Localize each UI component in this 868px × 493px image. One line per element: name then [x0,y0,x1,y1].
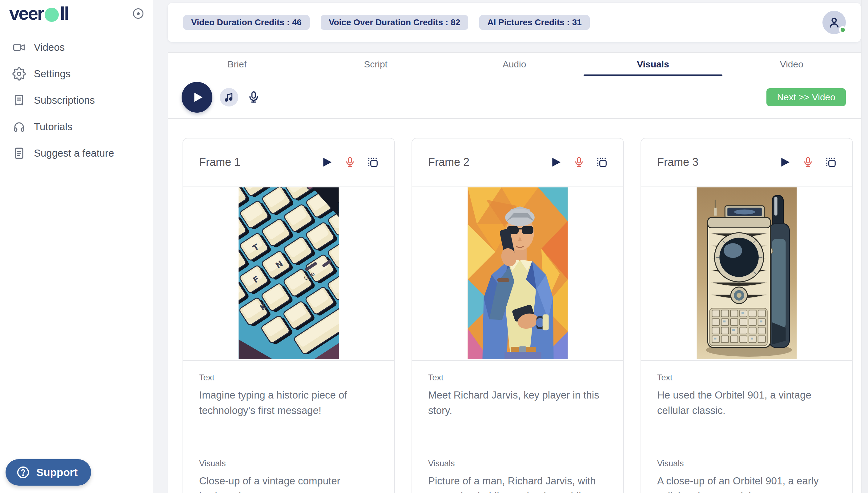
frames-grid: Frame 1 [168,119,861,493]
online-status-dot [839,26,846,34]
frame-title: Frame 3 [657,156,698,169]
frame-play-button[interactable] [549,155,563,169]
sidebar-item-videos[interactable]: Videos [9,38,144,57]
sidebar-header: veerll [0,0,153,23]
video-camera-icon [12,41,26,54]
frame-card-header: Frame 2 [412,138,623,187]
frame-card: Frame 3 [640,138,853,493]
frame-card-body: Text Meet Richard Jarvis, key player in … [412,361,623,493]
tab-visuals[interactable]: Visuals [584,53,722,76]
workflow-tabs: Brief Script Audio Visuals Video [168,52,861,76]
tab-video[interactable]: Video [722,53,861,76]
frame-actions [549,155,609,169]
sidebar-item-settings[interactable]: Settings [9,65,144,83]
frame-visuals-value: Close-up of a vintage computer keyboard [199,473,378,493]
tab-label: Video [780,59,803,69]
frame-text-value: Meet Richard Jarvis, key player in this … [428,387,607,459]
frame-text-value: He used the Orbitel 901, a vintage cellu… [657,387,836,459]
sidebar-item-label: Videos [34,42,65,53]
music-track-button[interactable] [220,88,238,106]
play-icon [192,91,204,103]
music-note-icon [223,91,235,103]
frame-card: Frame 1 [183,138,395,493]
voice-over-button[interactable] [246,89,262,105]
frame-record-voice-button[interactable] [801,155,815,169]
logo-green-dot-icon [45,8,59,22]
tab-label: Audio [503,59,526,69]
play-icon [779,156,791,168]
microphone-icon [802,156,814,168]
app-root: veerll Videos Settings Subscriptions Tut… [0,0,868,493]
main-content: Video Duration Credits : 46 Voice Over D… [168,0,861,493]
sidebar-item-subscriptions[interactable]: Subscriptions [9,91,144,110]
vertical-scrollbar[interactable] [861,0,868,493]
frame-visuals-value: A close-up of an Orbitel 901, a early ce… [657,473,836,493]
frame-card-header: Frame 1 [183,138,394,187]
play-icon [321,156,333,168]
document-icon [12,147,26,160]
frame-actions [779,155,838,169]
tab-label: Visuals [637,59,669,69]
vintage-keyboard-illustration: AT FN K One [238,187,339,359]
sidebar-nav: Videos Settings Subscriptions Tutorials … [0,38,153,163]
playback-toolbar: Next >> Video [168,76,861,119]
question-mark-circle-icon [16,465,30,479]
frame-image[interactable] [641,187,852,361]
visuals-field-label: Visuals [657,459,836,468]
frame-record-voice-button[interactable] [343,155,357,169]
sidebar-item-label: Subscriptions [34,94,95,106]
frame-title: Frame 2 [428,156,469,169]
veeroll-logo: veerll [9,4,68,23]
next-video-button[interactable]: Next >> Video [766,88,846,106]
frame-image[interactable]: AT FN K One [183,187,394,361]
play-all-button[interactable] [182,82,212,113]
frame-card-header: Frame 3 [641,138,852,187]
tab-label: Script [364,59,387,69]
tab-brief[interactable]: Brief [168,53,306,76]
frame-replace-image-button[interactable] [824,155,838,169]
tab-label: Brief [228,59,247,69]
user-avatar[interactable] [822,11,846,34]
visuals-field-label: Visuals [199,459,378,468]
microphone-icon [344,156,356,168]
gear-icon [12,67,26,81]
sidebar-item-suggest-feature[interactable]: Suggest a feature [9,144,144,163]
tab-audio[interactable]: Audio [445,53,584,76]
sidebar-item-label: Tutorials [34,121,72,133]
sidebar-collapse-icon[interactable] [133,8,144,19]
sidebar-item-label: Settings [34,68,70,80]
microphone-icon [247,90,260,104]
frame-title: Frame 1 [199,156,240,169]
text-field-label: Text [428,373,607,383]
visuals-field-label: Visuals [428,459,607,468]
frame-card-body: Text He used the Orbitel 901, a vintage … [641,361,852,493]
support-label: Support [36,466,78,478]
dotted-crop-square-icon [596,156,608,168]
frame-replace-image-button[interactable] [595,155,609,169]
receipt-icon [12,93,26,107]
low-poly-man-on-phone-illustration [468,187,568,359]
frame-replace-image-button[interactable] [366,155,380,169]
logo-text-pre: veer [9,4,43,23]
play-icon [550,156,562,168]
dotted-crop-square-icon [825,156,837,168]
frame-text-value: Imagine typing a historic piece of techn… [199,387,378,459]
top-credits-bar: Video Duration Credits : 46 Voice Over D… [168,3,861,42]
frame-visuals-value: Picture of a man, Richard Jarvis, with 9… [428,473,607,493]
credit-badges: Video Duration Credits : 46 Voice Over D… [183,15,590,30]
logo-text-post: ll [60,4,68,23]
frame-play-button[interactable] [320,155,334,169]
orbitel-901-phone-illustration [697,187,797,359]
frame-record-voice-button[interactable] [572,155,586,169]
sidebar-item-tutorials[interactable]: Tutorials [9,117,144,136]
text-field-label: Text [199,373,378,383]
tab-script[interactable]: Script [306,53,445,76]
frame-actions [320,155,380,169]
headphones-icon [12,120,26,133]
frame-play-button[interactable] [779,155,792,169]
microphone-icon [573,156,585,168]
frame-image[interactable] [412,187,623,361]
active-tab-underline [584,74,722,76]
frame-card-body: Text Imagine typing a historic piece of … [183,361,394,493]
support-button[interactable]: Support [5,459,91,486]
